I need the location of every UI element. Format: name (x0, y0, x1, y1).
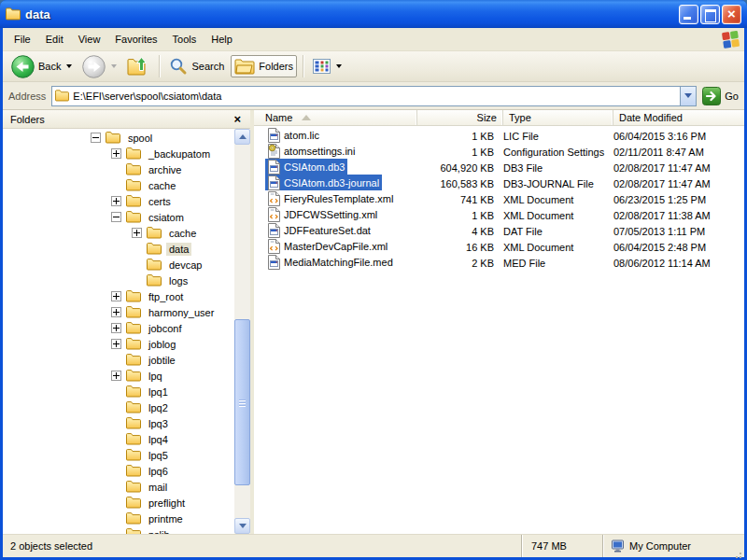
tree-area: spool _backupatom archive cache (3, 129, 250, 534)
tree-item[interactable]: printme (3, 511, 234, 526)
tree-item[interactable]: certs (3, 193, 234, 209)
address-path[interactable]: E:\EFI\server\spool\csiatom\data (73, 91, 680, 102)
views-icon (313, 59, 331, 74)
file-name-cell[interactable]: JDFCWSSetting.xml (254, 206, 417, 224)
close-button[interactable] (722, 5, 741, 24)
tree-item[interactable]: lpq4 (3, 431, 234, 447)
column-header-size[interactable]: Size (417, 110, 503, 125)
views-button[interactable] (309, 56, 345, 77)
file-name-cell[interactable]: MasterDevCapFile.xml (254, 238, 417, 256)
tree-item[interactable]: pslib (3, 526, 234, 534)
tree-item[interactable]: archive (3, 161, 234, 177)
tree-item[interactable]: csiatom (3, 209, 234, 225)
collapse-icon[interactable] (111, 212, 121, 222)
tree-item[interactable]: joblog (3, 336, 234, 352)
scrollbar-thumb[interactable] (234, 319, 250, 485)
expand-icon[interactable] (111, 339, 121, 349)
back-dropdown-icon[interactable] (66, 64, 72, 68)
folders-button[interactable]: Folders (231, 55, 297, 77)
tree-item-label: lpq2 (146, 401, 171, 414)
title-bar[interactable]: data (0, 0, 747, 28)
tree-item[interactable]: cache (3, 225, 234, 241)
tree-item[interactable]: mail (3, 479, 234, 495)
tree-item[interactable]: jobtile (3, 352, 234, 368)
tree-item[interactable]: data (3, 241, 234, 257)
tree-item[interactable]: harmony_user (3, 304, 234, 320)
tree-item[interactable]: devcap (3, 257, 234, 273)
column-header-name[interactable]: Name (254, 110, 417, 125)
forward-dropdown-icon[interactable] (111, 64, 117, 68)
file-row[interactable]: atom.lic 1 KB LIC File 06/04/2015 3:16 P… (254, 128, 744, 144)
expand-icon[interactable] (111, 371, 121, 381)
tree-item-label: lpq4 (146, 433, 171, 446)
collapse-icon[interactable] (91, 133, 101, 143)
go-button[interactable]: Go (702, 87, 739, 105)
file-name-cell[interactable]: FieryRulesTemplate.xml (254, 190, 417, 208)
tree-item[interactable]: lpq2 (3, 399, 234, 415)
file-row[interactable]: JDFFeatureSet.dat 4 KB DAT File 07/05/20… (254, 223, 744, 239)
file-row[interactable]: FieryRulesTemplate.xml 741 KB XML Docume… (254, 191, 744, 207)
address-input[interactable]: E:\EFI\server\spool\csiatom\data (51, 86, 697, 106)
tree-item[interactable]: lpq1 (3, 384, 234, 399)
search-button[interactable]: Search (165, 54, 228, 78)
menu-file[interactable]: File (7, 31, 38, 48)
address-dropdown-button[interactable] (680, 87, 696, 105)
tree-scrollbar[interactable] (234, 129, 250, 534)
tree-item[interactable]: lpq (3, 368, 234, 384)
maximize-button[interactable] (700, 5, 720, 24)
forward-button[interactable] (78, 52, 120, 81)
file-size-cell: 160,583 KB (417, 178, 503, 189)
menu-favorites[interactable]: Favorites (107, 31, 164, 48)
folder-icon (126, 179, 141, 191)
window-title: data (25, 7, 679, 21)
scroll-up-button[interactable] (234, 129, 250, 145)
menu-edit[interactable]: Edit (38, 31, 71, 48)
file-name-cell[interactable]: JDFFeatureSet.dat (254, 222, 417, 240)
menu-tools[interactable]: Tools (165, 31, 204, 48)
generic-file-icon (268, 223, 280, 238)
tree-item[interactable]: preflight (3, 495, 234, 511)
column-header-type[interactable]: Type (503, 110, 613, 125)
main-area: Folders × spool _backupatom a (3, 110, 744, 534)
close-pane-icon[interactable]: × (232, 113, 243, 125)
views-dropdown-icon[interactable] (336, 64, 342, 68)
file-row[interactable]: atomsettings.ini 1 KB Configuration Sett… (254, 144, 744, 160)
file-row[interactable]: JDFCWSSetting.xml 1 KB XML Document 02/0… (254, 207, 744, 223)
tree-item[interactable]: ftp_root (3, 288, 234, 304)
file-row[interactable]: CSIAtom.db3-journal 160,583 KB DB3-JOURN… (254, 175, 744, 191)
scroll-down-button[interactable] (234, 518, 250, 534)
minimize-button[interactable] (679, 5, 698, 24)
tree-item[interactable]: lpq5 (3, 447, 234, 463)
tree-item[interactable]: logs (3, 273, 234, 288)
expand-icon[interactable] (111, 291, 121, 301)
column-header-date-modified[interactable]: Date Modified (613, 110, 744, 125)
tree-item[interactable]: cache (3, 177, 234, 193)
folder-icon (147, 259, 162, 271)
expand-icon[interactable] (111, 148, 121, 159)
expand-icon[interactable] (111, 196, 121, 206)
file-row[interactable]: MediaMatchingFile.med 2 KB MED File 08/0… (254, 255, 744, 271)
file-name-cell[interactable]: CSIAtom.db3 (254, 159, 417, 176)
expand-icon[interactable] (111, 323, 121, 333)
search-icon (169, 57, 188, 76)
expand-icon[interactable] (132, 228, 142, 238)
file-name-cell[interactable]: CSIAtom.db3-journal (254, 175, 417, 192)
tree-item[interactable]: spool (3, 130, 234, 146)
resize-grip[interactable] (740, 553, 741, 554)
file-row[interactable]: CSIAtom.db3 604,920 KB DB3 File 02/08/20… (254, 160, 744, 175)
file-row[interactable]: MasterDevCapFile.xml 16 KB XML Document … (254, 239, 744, 255)
tree-item[interactable]: jobconf (3, 320, 234, 336)
up-button[interactable] (123, 53, 153, 79)
back-button[interactable]: Back (7, 52, 76, 81)
tree-item[interactable]: lpq6 (3, 463, 234, 479)
tree-item[interactable]: lpq3 (3, 415, 234, 431)
tree-item-label: data (166, 243, 191, 256)
menu-help[interactable]: Help (204, 31, 240, 48)
file-name-cell[interactable]: MediaMatchingFile.med (254, 254, 417, 272)
file-name-cell[interactable]: atomsettings.ini (254, 143, 417, 161)
tree-item[interactable]: _backupatom (3, 146, 234, 161)
menu-view[interactable]: View (71, 31, 108, 48)
go-icon (702, 87, 721, 105)
file-name-cell[interactable]: atom.lic (254, 127, 417, 145)
expand-icon[interactable] (111, 307, 121, 317)
